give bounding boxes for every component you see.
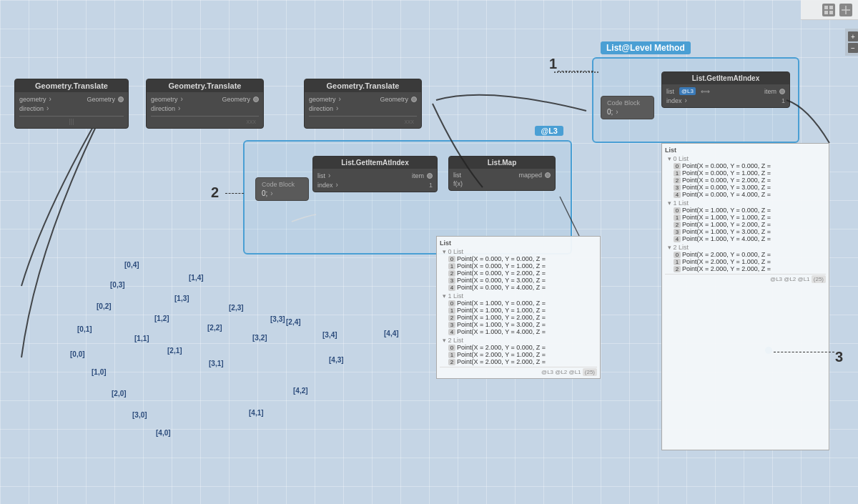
list-map-title: List.Map <box>449 157 555 169</box>
coord-label: [4,4] <box>384 330 399 337</box>
toolbar <box>801 0 858 20</box>
svg-rect-4 <box>824 11 828 14</box>
geo-translate-node-1[interactable]: Geometry.Translate geometry › Geometry d… <box>14 79 129 129</box>
coord-label: [3,4] <box>322 331 337 339</box>
diagram-number-1: 1 <box>549 56 557 72</box>
list-panel-right: List ▾ 0 List 0Point(X = 0.000, Y = 0.00… <box>661 143 829 450</box>
coord-label: [0,3] <box>110 281 125 289</box>
code-block-2[interactable]: Code Block 0; › <box>255 177 309 201</box>
container-box-1: List@Level Method Code Block 0; › List.G… <box>592 57 799 143</box>
coord-label: [1,3] <box>174 295 189 302</box>
coord-label: [1,0] <box>92 368 107 376</box>
coord-label: [4,1] <box>249 409 264 417</box>
coord-label: [2,3] <box>229 304 244 312</box>
coord-label: [3,2] <box>252 334 267 342</box>
coord-label: [2,1] <box>167 347 182 355</box>
coord-label: [0,4] <box>124 261 139 269</box>
node-title-3: Geometry.Translate <box>305 79 421 92</box>
node-title-1: Geometry.Translate <box>15 79 128 92</box>
coord-label: [4,2] <box>293 387 308 395</box>
list-get-title-1: List.GetItemAtIndex <box>662 72 789 84</box>
output-port-2 <box>253 97 259 102</box>
list-panel-middle: List ▾ 0 List 0Point(X = 0.000, Y = 0.00… <box>436 236 601 379</box>
coord-label: [2,4] <box>286 318 301 326</box>
svg-rect-5 <box>829 11 833 14</box>
list-get-title-2: List.GetItemAtIndex <box>313 157 437 169</box>
output-port-3 <box>411 97 417 102</box>
coord-label: [0,0] <box>70 350 85 358</box>
diagram-number-2: 2 <box>211 184 219 201</box>
coord-label: [1,2] <box>154 315 169 322</box>
zoom-controls: + − <box>845 29 858 56</box>
coord-label: [3,0] <box>132 411 147 419</box>
coord-label: [0,2] <box>97 302 112 310</box>
code-block-1[interactable]: Code Block 0; › <box>601 96 654 119</box>
list-get-node-2[interactable]: List.GetItemAtIndex list › item index › … <box>312 156 438 192</box>
coord-label: [3,1] <box>209 360 224 367</box>
coord-label: [4,0] <box>156 429 171 437</box>
grid-icon[interactable] <box>822 4 835 16</box>
list-map-node[interactable]: List.Map list mapped f(x) <box>448 156 556 191</box>
input-label: geometry <box>19 96 46 103</box>
input-label: direction <box>19 105 44 112</box>
coord-label: [4,3] <box>329 356 344 364</box>
container-label-1: List@Level Method <box>601 41 691 54</box>
output-port <box>118 97 124 102</box>
coord-label: [1,1] <box>134 335 149 342</box>
geo-translate-node-2[interactable]: Geometry.Translate geometry › Geometry d… <box>146 79 264 129</box>
view-icon[interactable] <box>839 4 852 16</box>
coord-label: [3,3] <box>270 315 285 323</box>
coord-label: [0,1] <box>77 325 92 333</box>
diagram-number-3: 3 <box>835 349 843 365</box>
coord-label: [1,4] <box>189 274 204 282</box>
list-get-node-1[interactable]: List.GetItemAtIndex list @L3 ⟺ item inde… <box>661 71 790 108</box>
svg-rect-2 <box>824 6 828 9</box>
at-level-label: @L3 <box>535 126 563 136</box>
coord-label: [2,2] <box>207 324 222 332</box>
geo-translate-node-3[interactable]: Geometry.Translate geometry › Geometry d… <box>304 79 422 129</box>
zoom-out-button[interactable]: − <box>848 43 858 53</box>
svg-rect-3 <box>829 6 833 9</box>
coord-label: [2,0] <box>112 390 127 397</box>
zoom-in-button[interactable]: + <box>848 31 858 41</box>
node-title-2: Geometry.Translate <box>147 79 263 92</box>
